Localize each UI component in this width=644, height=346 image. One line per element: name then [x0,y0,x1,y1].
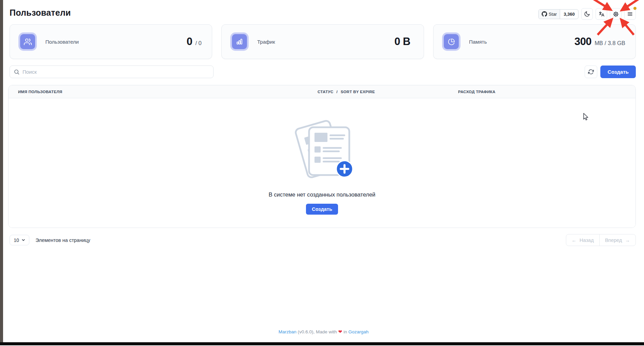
stat-label: Память [469,39,487,45]
stats-row: Пользователи 0 / 0 Трафик 0 B Память 300 [10,24,636,59]
column-status[interactable]: СТАТУС [318,90,333,94]
github-star-count[interactable]: 3,360 [560,10,578,19]
bar-chart-icon [232,34,247,49]
pagination-nav: ← Назад Вперед → [566,234,636,246]
settings-button[interactable] [610,8,621,20]
heart-icon: ❤ [338,329,342,334]
stat-value-number: 0 [187,35,192,48]
page-size-value: 10 [14,237,19,243]
refresh-icon [588,69,594,75]
stat-value-suffix: MB / 3.8 GB [595,40,625,46]
menu-button[interactable] [624,8,636,20]
footer: Marzban (v0.6.0), Made with ❤ in Gozarga… [3,329,644,334]
stat-value-number: 0 B [394,35,410,48]
github-star-button[interactable]: Star [539,10,560,19]
stat-value: 300 MB / 3.8 GB [574,35,625,48]
page-title: Пользователи [10,8,71,18]
stat-card-traffic: Трафик 0 B [221,24,424,59]
stat-card-users: Пользователи 0 / 0 [10,24,212,59]
language-button[interactable] [596,8,607,20]
toolbar: Создать [10,66,636,78]
github-icon [542,11,547,17]
empty-state-create-button[interactable]: Создать [306,204,338,215]
table-empty-state: В системе нет созданных пользователей Со… [9,98,635,228]
github-star-label: Star [549,12,557,17]
stat-value: 0 / 0 [187,35,202,48]
moon-icon [584,11,590,17]
notification-dot [633,7,636,10]
users-icon [20,34,35,49]
column-username[interactable]: ИМЯ ПОЛЬЗОВАТЕЛЯ [18,90,318,94]
empty-documents-illustration [288,118,356,183]
table-header-row: ИМЯ ПОЛЬЗОВАТЕЛЯ СТАТУС/SORT BY EXPIRE Р… [9,85,635,98]
hamburger-icon [627,11,633,17]
search-icon [14,69,19,75]
header: Пользователи Star 3,360 [3,0,644,20]
window-left-edge [0,0,3,342]
footer-text: (v0.6.0), Made with [296,329,338,334]
pagination: 10 Элементов на страницу ← Назад Вперед … [10,234,636,246]
marzban-dashboard: Пользователи Star 3,360 [3,0,644,342]
page-size-label: Элементов на страницу [35,237,90,243]
stat-value-number: 300 [574,35,591,48]
arrow-left-icon: ← [572,237,577,243]
translate-icon [598,11,605,17]
stat-value-suffix: / 0 [195,40,202,46]
plus-circle-icon [336,161,353,177]
column-sort-by-expire[interactable]: SORT BY EXPIRE [341,90,375,94]
theme-toggle-button[interactable] [581,8,593,20]
column-status-sort[interactable]: СТАТУС/SORT BY EXPIRE [318,90,458,94]
create-user-button[interactable]: Создать [600,66,636,78]
search-box[interactable] [10,66,214,78]
page-size-select[interactable]: 10 [10,235,29,245]
gozargah-link[interactable]: Gozargah [348,329,368,334]
next-page-button[interactable]: Вперед → [599,234,636,246]
prev-page-button[interactable]: ← Назад [566,234,600,246]
pie-chart-icon [444,34,459,49]
refresh-button[interactable] [585,66,597,78]
github-star-widget[interactable]: Star 3,360 [538,9,579,19]
stat-card-memory: Память 300 MB / 3.8 GB [433,24,636,59]
stat-label: Пользователи [45,39,79,45]
users-table: ИМЯ ПОЛЬЗОВАТЕЛЯ СТАТУС/SORT BY EXPIRE Р… [8,85,636,228]
footer-in-text: in [342,329,348,334]
column-separator: / [336,90,338,94]
header-actions: Star 3,360 [538,8,636,20]
column-traffic[interactable]: РАСХОД ТРАФИКА [458,90,635,94]
stat-label: Трафик [257,39,275,45]
taskbar-edge [0,342,644,345]
next-label: Вперед [605,237,622,243]
search-input[interactable] [23,69,209,75]
chevron-down-icon [21,238,25,242]
stat-value: 0 B [394,35,413,48]
gear-icon [613,11,619,17]
empty-state-message: В системе нет созданных пользователей [268,191,375,198]
marzban-link[interactable]: Marzban [279,329,297,334]
arrow-right-icon: → [625,237,630,243]
prev-label: Назад [580,237,594,243]
